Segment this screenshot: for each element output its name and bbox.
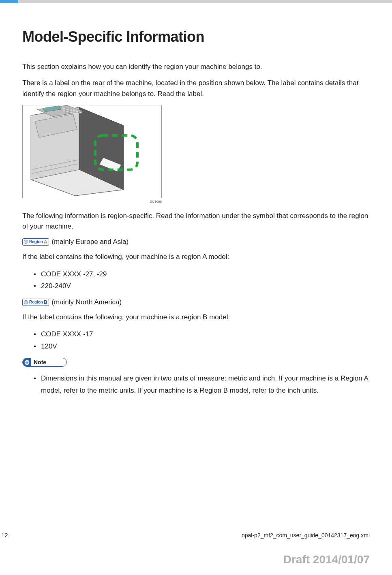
svg-rect-7 bbox=[69, 109, 72, 111]
note-label: Note bbox=[31, 359, 46, 366]
footer-filename: opal-p2_mf2_com_user_guide_00142317_eng.… bbox=[242, 532, 370, 539]
svg-rect-11 bbox=[73, 110, 75, 112]
region-b-badge: Region B bbox=[22, 299, 49, 306]
region-a-badge-text: Region bbox=[29, 240, 43, 244]
region-b-list: CODE XXXX -17 120V bbox=[34, 328, 370, 353]
region-a-badge: Region A bbox=[22, 238, 49, 246]
globe-icon bbox=[24, 239, 28, 244]
svg-rect-9 bbox=[66, 111, 69, 113]
printer-figure bbox=[22, 105, 162, 198]
svg-rect-10 bbox=[69, 112, 72, 113]
region-b-badge-text: Region bbox=[29, 300, 43, 304]
top-accent-bar bbox=[0, 0, 18, 3]
region-a-intro: If the label contains the following, you… bbox=[22, 252, 370, 262]
intro-para-2: There is a label on the rear of the mach… bbox=[22, 78, 370, 99]
svg-rect-13 bbox=[79, 112, 81, 113]
svg-rect-8 bbox=[63, 110, 66, 112]
note-badge: Note bbox=[22, 358, 67, 367]
region-a-desc: (mainly Europe and Asia) bbox=[51, 238, 129, 246]
list-item: CODE XXXX -27, -29 bbox=[34, 268, 370, 280]
globe-icon bbox=[24, 300, 28, 305]
list-item: 120V bbox=[34, 340, 370, 353]
region-a-badge-letter: A bbox=[44, 239, 47, 244]
region-b-badge-letter: B bbox=[44, 300, 47, 305]
printer-illustration bbox=[23, 105, 161, 198]
list-item: 220-240V bbox=[34, 280, 370, 292]
list-item: Dimensions in this manual are given in t… bbox=[34, 372, 370, 397]
list-item: CODE XXXX -17 bbox=[34, 328, 370, 340]
top-gray-bar bbox=[18, 0, 392, 3]
intro-para-1: This section explains how you can identi… bbox=[22, 62, 370, 72]
note-list: Dimensions in this manual are given in t… bbox=[34, 372, 370, 397]
svg-rect-6 bbox=[66, 109, 69, 110]
draft-watermark: Draft 2014/01/07 bbox=[283, 553, 370, 566]
region-a-line: Region A (mainly Europe and Asia) bbox=[22, 238, 370, 246]
svg-rect-5 bbox=[63, 108, 66, 109]
page-title: Model-Specific Information bbox=[22, 28, 370, 45]
region-b-desc: (mainly North America) bbox=[51, 298, 122, 306]
region-intro-para: The following information is region-spec… bbox=[22, 211, 370, 232]
region-a-list: CODE XXXX -27, -29 220-240V bbox=[34, 268, 370, 293]
page-content: Model-Specific Information This section … bbox=[22, 28, 370, 402]
figure-caption: DCT065 bbox=[22, 200, 162, 203]
region-b-line: Region B (mainly North America) bbox=[22, 298, 370, 306]
page-number: 12 bbox=[1, 532, 8, 539]
svg-rect-12 bbox=[76, 111, 78, 113]
region-b-intro: If the label contains the following, you… bbox=[22, 312, 370, 323]
note-arrow-icon bbox=[22, 358, 31, 367]
